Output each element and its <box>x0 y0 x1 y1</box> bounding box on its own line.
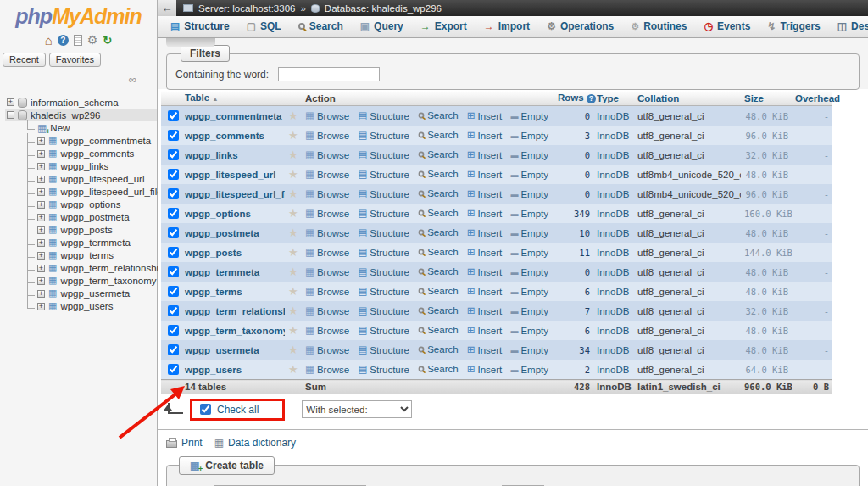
print-link[interactable]: Print <box>166 437 203 449</box>
table-name-link[interactable]: wpgp_term_taxonomy <box>185 326 285 336</box>
table-name-link[interactable]: wpgp_options <box>185 209 251 219</box>
empty-link[interactable]: Empty <box>510 111 548 121</box>
browse-link[interactable]: Browse <box>305 306 349 316</box>
structure-link[interactable]: Structure <box>358 345 409 355</box>
header-type[interactable]: Type <box>593 91 634 106</box>
empty-link[interactable]: Empty <box>510 326 548 336</box>
table-name-link[interactable]: wpgp_term_relationships <box>185 306 285 316</box>
tree-item-label[interactable]: wpgp_postmeta <box>60 212 129 222</box>
tree-item-table[interactable]: + wpgp_litespeed_url_file <box>36 186 157 198</box>
expand-icon[interactable]: + <box>37 226 45 234</box>
breadcrumb-database[interactable]: Database: khaledis_wp296 <box>325 3 442 14</box>
row-checkbox[interactable] <box>168 344 179 355</box>
browse-link[interactable]: Browse <box>305 209 349 219</box>
search-link[interactable]: Search <box>418 149 458 159</box>
insert-link[interactable]: Insert <box>467 209 502 219</box>
expand-icon[interactable]: + <box>37 252 45 260</box>
favorite-star-icon[interactable] <box>288 169 298 181</box>
browse-link[interactable]: Browse <box>305 365 349 375</box>
tab-export[interactable]: Export <box>413 17 475 36</box>
tree-item-new-table[interactable]: New <box>36 121 157 135</box>
row-checkbox[interactable] <box>168 227 179 238</box>
with-selected-select[interactable]: With selected: <box>302 400 412 418</box>
expand-icon[interactable]: + <box>7 98 14 106</box>
favorite-star-icon[interactable] <box>288 110 298 122</box>
engine-link[interactable]: InnoDB <box>597 365 629 375</box>
row-checkbox[interactable] <box>168 247 179 258</box>
row-checkbox[interactable] <box>168 130 179 141</box>
tree-item-table[interactable]: + wpgp_litespeed_url <box>36 173 157 186</box>
structure-link[interactable]: Structure <box>358 365 409 375</box>
search-link[interactable]: Search <box>418 247 458 257</box>
row-checkbox[interactable] <box>168 188 179 199</box>
insert-link[interactable]: Insert <box>467 267 502 277</box>
tab-designer[interactable]: Designer <box>830 17 868 36</box>
tree-item-table[interactable]: + wpgp_options <box>36 198 157 211</box>
browse-link[interactable]: Browse <box>305 287 349 297</box>
expand-icon[interactable]: + <box>37 163 45 170</box>
engine-link[interactable]: InnoDB <box>597 150 629 160</box>
collapse-navigation-button[interactable] <box>158 0 176 16</box>
tab-search[interactable]: Search <box>291 17 351 36</box>
search-link[interactable]: Search <box>418 266 458 277</box>
expand-icon[interactable]: + <box>37 150 45 158</box>
favorite-star-icon[interactable] <box>288 188 298 200</box>
header-overhead[interactable]: Overhead <box>792 91 832 106</box>
empty-link[interactable]: Empty <box>510 131 548 141</box>
browse-link[interactable]: Browse <box>305 189 349 199</box>
tree-item-label[interactable]: khaledis_wp296 <box>31 110 100 120</box>
insert-link[interactable]: Insert <box>467 326 502 336</box>
favorite-star-icon[interactable] <box>288 149 298 161</box>
insert-link[interactable]: Insert <box>467 228 502 238</box>
structure-link[interactable]: Structure <box>358 170 409 180</box>
expand-icon[interactable]: + <box>37 290 45 298</box>
search-link[interactable]: Search <box>418 286 458 296</box>
tree-item-label[interactable]: wpgp_options <box>60 199 120 209</box>
tree-item-table[interactable]: + wpgp_users <box>36 300 157 313</box>
engine-link[interactable]: InnoDB <box>597 228 629 238</box>
tree-item-label[interactable]: wpgp_termmeta <box>60 237 130 248</box>
favorite-star-icon[interactable] <box>288 266 298 278</box>
tree-item-label[interactable]: New <box>50 123 70 133</box>
engine-link[interactable]: InnoDB <box>597 267 629 277</box>
insert-link[interactable]: Insert <box>467 248 502 258</box>
tree-item-table[interactable]: + wpgp_terms <box>36 249 157 262</box>
engine-link[interactable]: InnoDB <box>597 326 629 336</box>
structure-link[interactable]: Structure <box>358 209 409 219</box>
structure-link[interactable]: Structure <box>358 267 409 277</box>
check-all-label[interactable]: Check all <box>217 404 259 416</box>
header-collation[interactable]: Collation <box>634 91 741 106</box>
browse-link[interactable]: Browse <box>305 150 349 160</box>
row-checkbox[interactable] <box>168 305 179 316</box>
table-name-link[interactable]: wpgp_commentmeta <box>185 111 281 121</box>
tree-item-table[interactable]: + wpgp_links <box>36 160 157 173</box>
structure-link[interactable]: Structure <box>358 306 409 316</box>
tree-item-table[interactable]: + wpgp_commentmeta <box>36 135 157 148</box>
expand-icon[interactable]: + <box>37 239 45 247</box>
engine-link[interactable]: InnoDB <box>597 111 629 121</box>
expand-icon[interactable]: + <box>37 201 45 209</box>
favorite-star-icon[interactable] <box>288 305 298 317</box>
structure-link[interactable]: Structure <box>358 189 409 199</box>
tab-import[interactable]: Import <box>476 17 537 36</box>
engine-link[interactable]: InnoDB <box>597 209 629 219</box>
data-dictionary-link[interactable]: Data dictionary <box>214 437 296 449</box>
tab-triggers[interactable]: Triggers <box>760 17 827 36</box>
row-checkbox[interactable] <box>168 325 179 336</box>
insert-link[interactable]: Insert <box>467 170 502 180</box>
row-checkbox[interactable] <box>168 364 179 375</box>
empty-link[interactable]: Empty <box>510 209 548 219</box>
structure-link[interactable]: Structure <box>358 248 409 258</box>
expand-icon[interactable]: + <box>37 176 45 183</box>
row-checkbox[interactable] <box>168 149 179 160</box>
tree-item-table[interactable]: + wpgp_termmeta <box>36 237 157 249</box>
expand-icon[interactable]: + <box>37 303 45 310</box>
search-link[interactable]: Search <box>418 325 458 335</box>
tree-item-table[interactable]: + wpgp_comments <box>36 148 157 160</box>
check-all-checkbox[interactable] <box>200 404 211 415</box>
search-link[interactable]: Search <box>418 188 458 198</box>
tree-item-table[interactable]: + wpgp_term_relationships <box>36 262 157 275</box>
structure-link[interactable]: Structure <box>358 326 409 336</box>
table-name-link[interactable]: wpgp_termmeta <box>185 267 259 277</box>
empty-link[interactable]: Empty <box>510 306 548 316</box>
